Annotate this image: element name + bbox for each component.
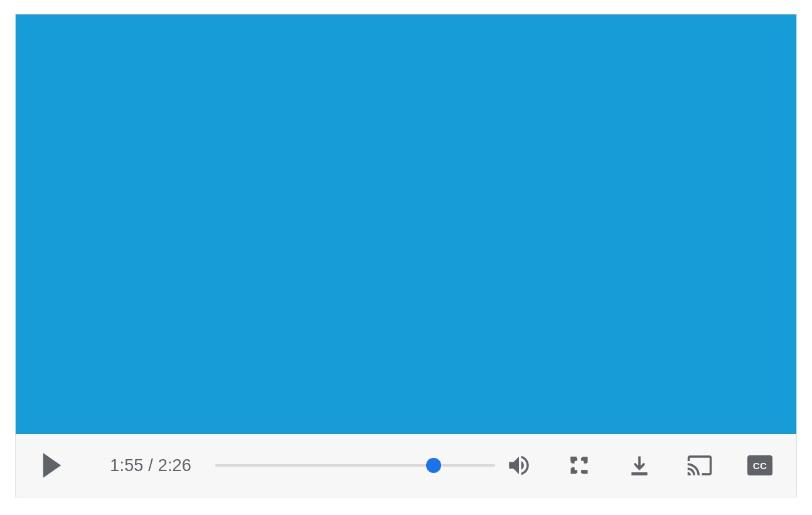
volume-icon — [506, 452, 532, 479]
play-button[interactable] — [37, 450, 67, 480]
right-controls: CC — [504, 450, 775, 480]
captions-icon: CC — [747, 455, 772, 475]
cast-icon — [686, 452, 713, 479]
current-time: 1:55 — [110, 456, 143, 475]
time-separator: / — [144, 456, 158, 475]
download-icon — [628, 453, 651, 477]
progress-fill — [215, 464, 434, 467]
fullscreen-button[interactable] — [564, 450, 594, 480]
time-display: 1:55 / 2:26 — [81, 436, 191, 495]
cast-button[interactable] — [685, 450, 715, 480]
download-button[interactable] — [624, 450, 654, 480]
progress-thumb[interactable] — [426, 458, 441, 473]
captions-button[interactable]: CC — [745, 450, 775, 480]
duration: 2:26 — [158, 456, 191, 475]
cc-label: CC — [753, 460, 767, 471]
svg-rect-1 — [631, 472, 647, 475]
volume-button[interactable] — [504, 450, 534, 480]
fullscreen-icon — [568, 454, 590, 477]
play-icon — [41, 453, 63, 478]
controls-bar: 1:55 / 2:26 — [16, 434, 796, 497]
video-canvas[interactable] — [16, 14, 796, 434]
video-player: 1:55 / 2:26 — [15, 14, 797, 497]
progress-slider[interactable] — [215, 458, 495, 473]
progress-track — [215, 464, 495, 467]
